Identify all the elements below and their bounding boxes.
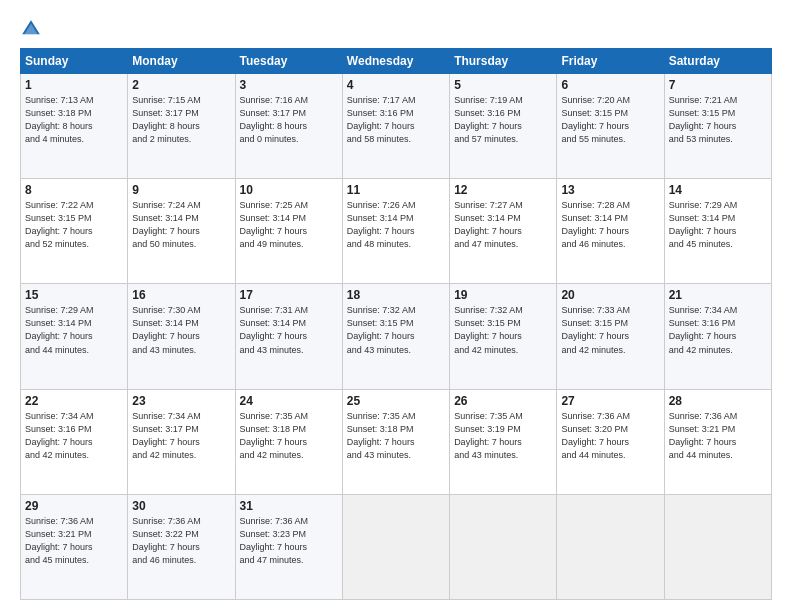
day-number: 30	[132, 499, 230, 513]
day-info: Sunrise: 7:13 AM Sunset: 3:18 PM Dayligh…	[25, 94, 123, 146]
day-cell: 3Sunrise: 7:16 AM Sunset: 3:17 PM Daylig…	[235, 74, 342, 179]
day-info: Sunrise: 7:36 AM Sunset: 3:23 PM Dayligh…	[240, 515, 338, 567]
day-number: 13	[561, 183, 659, 197]
day-info: Sunrise: 7:34 AM Sunset: 3:16 PM Dayligh…	[669, 304, 767, 356]
day-number: 12	[454, 183, 552, 197]
day-cell: 24Sunrise: 7:35 AM Sunset: 3:18 PM Dayli…	[235, 389, 342, 494]
day-info: Sunrise: 7:33 AM Sunset: 3:15 PM Dayligh…	[561, 304, 659, 356]
day-info: Sunrise: 7:29 AM Sunset: 3:14 PM Dayligh…	[669, 199, 767, 251]
day-number: 18	[347, 288, 445, 302]
day-cell: 1Sunrise: 7:13 AM Sunset: 3:18 PM Daylig…	[21, 74, 128, 179]
day-number: 11	[347, 183, 445, 197]
day-info: Sunrise: 7:19 AM Sunset: 3:16 PM Dayligh…	[454, 94, 552, 146]
day-info: Sunrise: 7:30 AM Sunset: 3:14 PM Dayligh…	[132, 304, 230, 356]
day-info: Sunrise: 7:31 AM Sunset: 3:14 PM Dayligh…	[240, 304, 338, 356]
day-number: 28	[669, 394, 767, 408]
day-number: 21	[669, 288, 767, 302]
day-info: Sunrise: 7:35 AM Sunset: 3:18 PM Dayligh…	[347, 410, 445, 462]
day-info: Sunrise: 7:34 AM Sunset: 3:17 PM Dayligh…	[132, 410, 230, 462]
day-info: Sunrise: 7:21 AM Sunset: 3:15 PM Dayligh…	[669, 94, 767, 146]
day-number: 20	[561, 288, 659, 302]
day-cell: 8Sunrise: 7:22 AM Sunset: 3:15 PM Daylig…	[21, 179, 128, 284]
day-number: 14	[669, 183, 767, 197]
day-info: Sunrise: 7:17 AM Sunset: 3:16 PM Dayligh…	[347, 94, 445, 146]
day-info: Sunrise: 7:24 AM Sunset: 3:14 PM Dayligh…	[132, 199, 230, 251]
day-info: Sunrise: 7:32 AM Sunset: 3:15 PM Dayligh…	[454, 304, 552, 356]
day-number: 23	[132, 394, 230, 408]
header-wednesday: Wednesday	[342, 49, 449, 74]
day-cell: 2Sunrise: 7:15 AM Sunset: 3:17 PM Daylig…	[128, 74, 235, 179]
day-cell: 22Sunrise: 7:34 AM Sunset: 3:16 PM Dayli…	[21, 389, 128, 494]
week-row-5: 29Sunrise: 7:36 AM Sunset: 3:21 PM Dayli…	[21, 494, 772, 599]
day-cell: 14Sunrise: 7:29 AM Sunset: 3:14 PM Dayli…	[664, 179, 771, 284]
day-number: 15	[25, 288, 123, 302]
day-cell	[557, 494, 664, 599]
calendar-header: SundayMondayTuesdayWednesdayThursdayFrid…	[21, 49, 772, 74]
day-number: 22	[25, 394, 123, 408]
day-cell: 10Sunrise: 7:25 AM Sunset: 3:14 PM Dayli…	[235, 179, 342, 284]
header-sunday: Sunday	[21, 49, 128, 74]
day-info: Sunrise: 7:16 AM Sunset: 3:17 PM Dayligh…	[240, 94, 338, 146]
day-info: Sunrise: 7:28 AM Sunset: 3:14 PM Dayligh…	[561, 199, 659, 251]
day-cell: 28Sunrise: 7:36 AM Sunset: 3:21 PM Dayli…	[664, 389, 771, 494]
day-number: 7	[669, 78, 767, 92]
week-row-4: 22Sunrise: 7:34 AM Sunset: 3:16 PM Dayli…	[21, 389, 772, 494]
day-info: Sunrise: 7:34 AM Sunset: 3:16 PM Dayligh…	[25, 410, 123, 462]
calendar-body: 1Sunrise: 7:13 AM Sunset: 3:18 PM Daylig…	[21, 74, 772, 600]
day-number: 9	[132, 183, 230, 197]
day-number: 4	[347, 78, 445, 92]
day-cell: 27Sunrise: 7:36 AM Sunset: 3:20 PM Dayli…	[557, 389, 664, 494]
day-info: Sunrise: 7:26 AM Sunset: 3:14 PM Dayligh…	[347, 199, 445, 251]
day-info: Sunrise: 7:25 AM Sunset: 3:14 PM Dayligh…	[240, 199, 338, 251]
day-info: Sunrise: 7:15 AM Sunset: 3:17 PM Dayligh…	[132, 94, 230, 146]
day-number: 19	[454, 288, 552, 302]
day-number: 17	[240, 288, 338, 302]
day-info: Sunrise: 7:22 AM Sunset: 3:15 PM Dayligh…	[25, 199, 123, 251]
day-number: 26	[454, 394, 552, 408]
day-cell: 29Sunrise: 7:36 AM Sunset: 3:21 PM Dayli…	[21, 494, 128, 599]
day-number: 3	[240, 78, 338, 92]
week-row-3: 15Sunrise: 7:29 AM Sunset: 3:14 PM Dayli…	[21, 284, 772, 389]
header-thursday: Thursday	[450, 49, 557, 74]
day-info: Sunrise: 7:36 AM Sunset: 3:20 PM Dayligh…	[561, 410, 659, 462]
header-saturday: Saturday	[664, 49, 771, 74]
day-info: Sunrise: 7:35 AM Sunset: 3:18 PM Dayligh…	[240, 410, 338, 462]
day-number: 8	[25, 183, 123, 197]
day-cell: 18Sunrise: 7:32 AM Sunset: 3:15 PM Dayli…	[342, 284, 449, 389]
day-number: 31	[240, 499, 338, 513]
week-row-2: 8Sunrise: 7:22 AM Sunset: 3:15 PM Daylig…	[21, 179, 772, 284]
day-cell: 31Sunrise: 7:36 AM Sunset: 3:23 PM Dayli…	[235, 494, 342, 599]
day-info: Sunrise: 7:20 AM Sunset: 3:15 PM Dayligh…	[561, 94, 659, 146]
day-cell: 16Sunrise: 7:30 AM Sunset: 3:14 PM Dayli…	[128, 284, 235, 389]
day-cell	[342, 494, 449, 599]
header	[20, 18, 772, 40]
day-cell: 15Sunrise: 7:29 AM Sunset: 3:14 PM Dayli…	[21, 284, 128, 389]
day-number: 2	[132, 78, 230, 92]
day-info: Sunrise: 7:36 AM Sunset: 3:21 PM Dayligh…	[669, 410, 767, 462]
week-row-1: 1Sunrise: 7:13 AM Sunset: 3:18 PM Daylig…	[21, 74, 772, 179]
day-number: 10	[240, 183, 338, 197]
day-cell: 13Sunrise: 7:28 AM Sunset: 3:14 PM Dayli…	[557, 179, 664, 284]
day-info: Sunrise: 7:27 AM Sunset: 3:14 PM Dayligh…	[454, 199, 552, 251]
day-cell: 21Sunrise: 7:34 AM Sunset: 3:16 PM Dayli…	[664, 284, 771, 389]
day-cell: 4Sunrise: 7:17 AM Sunset: 3:16 PM Daylig…	[342, 74, 449, 179]
day-cell: 6Sunrise: 7:20 AM Sunset: 3:15 PM Daylig…	[557, 74, 664, 179]
day-cell: 9Sunrise: 7:24 AM Sunset: 3:14 PM Daylig…	[128, 179, 235, 284]
day-info: Sunrise: 7:35 AM Sunset: 3:19 PM Dayligh…	[454, 410, 552, 462]
day-info: Sunrise: 7:36 AM Sunset: 3:21 PM Dayligh…	[25, 515, 123, 567]
header-friday: Friday	[557, 49, 664, 74]
day-number: 25	[347, 394, 445, 408]
header-row: SundayMondayTuesdayWednesdayThursdayFrid…	[21, 49, 772, 74]
day-info: Sunrise: 7:36 AM Sunset: 3:22 PM Dayligh…	[132, 515, 230, 567]
logo	[20, 18, 46, 40]
day-number: 6	[561, 78, 659, 92]
day-cell: 12Sunrise: 7:27 AM Sunset: 3:14 PM Dayli…	[450, 179, 557, 284]
day-number: 16	[132, 288, 230, 302]
day-number: 5	[454, 78, 552, 92]
day-cell: 7Sunrise: 7:21 AM Sunset: 3:15 PM Daylig…	[664, 74, 771, 179]
day-cell: 20Sunrise: 7:33 AM Sunset: 3:15 PM Dayli…	[557, 284, 664, 389]
calendar-page: SundayMondayTuesdayWednesdayThursdayFrid…	[0, 0, 792, 612]
day-cell	[664, 494, 771, 599]
day-cell: 5Sunrise: 7:19 AM Sunset: 3:16 PM Daylig…	[450, 74, 557, 179]
day-number: 27	[561, 394, 659, 408]
